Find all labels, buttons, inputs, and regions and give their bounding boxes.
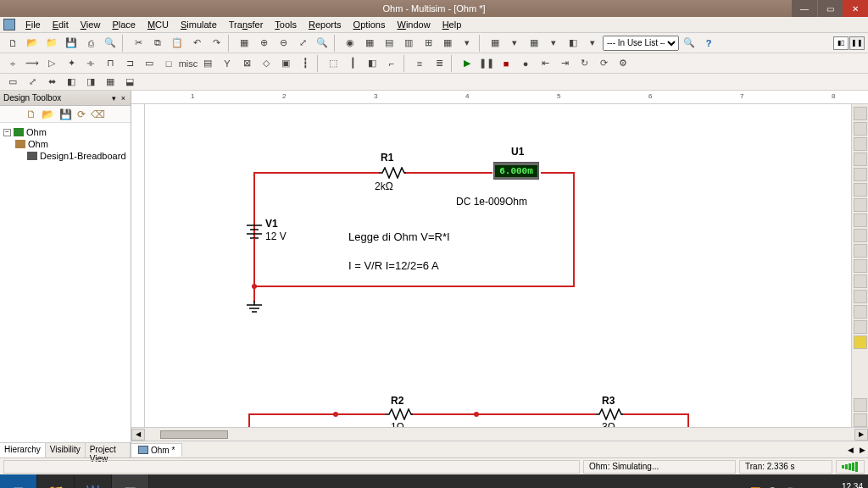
tool-d[interactable]: ▥ — [399, 35, 418, 52]
comp-k[interactable]: ▤ — [198, 55, 217, 72]
menu-mcu[interactable]: MCU — [142, 19, 174, 30]
v1-symbol[interactable] — [245, 219, 264, 244]
toolbox-menu-icon[interactable]: ▾ — [110, 94, 118, 103]
r1-value[interactable]: 2kΩ — [375, 180, 393, 192]
preview-button[interactable]: 🔍 — [101, 35, 120, 52]
zoom-fit-button[interactable]: ⤢ — [293, 35, 312, 52]
tree-ohm[interactable]: Ohm — [15, 138, 129, 150]
comp-j[interactable]: misc — [179, 55, 198, 72]
sim-step2[interactable]: ⇥ — [555, 55, 574, 72]
print-button[interactable]: ⎙ — [81, 35, 100, 52]
u1-meter[interactable]: 6.000m — [493, 162, 539, 180]
comp-p[interactable]: ┇ — [296, 55, 314, 72]
ex-d[interactable]: ◧ — [62, 74, 81, 91]
collapse-icon[interactable]: − — [3, 129, 11, 136]
comp-b[interactable]: ⟿ — [23, 55, 42, 72]
v1-label[interactable]: V1 — [265, 218, 278, 230]
comp-n[interactable]: ◇ — [257, 55, 275, 72]
instr-3[interactable] — [854, 137, 867, 151]
instr-11[interactable] — [854, 259, 867, 273]
align-a[interactable]: ≡ — [410, 55, 429, 72]
window-minimize-button[interactable]: — — [792, 0, 817, 17]
ground-symbol[interactable] — [245, 301, 264, 316]
instr-9[interactable] — [854, 229, 867, 242]
sim-stop-button[interactable]: ■ — [497, 55, 515, 72]
tab-nav-left[interactable]: ◀ — [844, 446, 856, 454]
tab-hierarchy[interactable]: Hierarchy — [0, 443, 46, 458]
menu-tools[interactable]: Tools — [270, 19, 302, 30]
tool-h[interactable]: ▦ — [486, 35, 504, 52]
instr-14[interactable] — [854, 305, 867, 319]
r2-value[interactable]: 1Ω — [391, 421, 404, 427]
tree-breadboard[interactable]: Design1-Breadboard — [27, 150, 129, 162]
comp-f[interactable]: ⊓ — [101, 55, 120, 72]
u1-label[interactable]: U1 — [511, 146, 524, 158]
tray-clock[interactable]: 12.34 13/05/2017 — [821, 482, 863, 488]
menu-edit[interactable]: Edit — [47, 19, 74, 30]
instr-13[interactable] — [854, 290, 867, 303]
tool-c[interactable]: ▤ — [380, 35, 398, 52]
window-close-button[interactable]: ✕ — [843, 0, 868, 17]
menu-help[interactable]: Help — [437, 19, 467, 30]
instr-2[interactable] — [854, 122, 867, 136]
tool-m[interactable]: ▾ — [583, 35, 602, 52]
note-1[interactable]: Legge di Ohm V=R*I — [348, 230, 450, 243]
menu-window[interactable]: Window — [392, 19, 435, 30]
comp-e[interactable]: ⟛ — [81, 55, 100, 72]
ex-e[interactable]: ◨ — [81, 74, 100, 91]
tab-visibility[interactable]: Visibility — [46, 443, 86, 458]
tool-b[interactable]: ▦ — [360, 35, 379, 52]
tool-j[interactable]: ▦ — [525, 35, 543, 52]
menu-transfer[interactable]: Transfer — [224, 19, 269, 30]
u1-sub[interactable]: DC 1e-009Ohm — [456, 196, 527, 208]
paste-button[interactable]: 📋 — [168, 35, 186, 52]
tool-a[interactable]: ◉ — [341, 35, 359, 52]
instr-8[interactable] — [854, 214, 867, 227]
tab-project-view[interactable]: Project View — [86, 443, 131, 458]
comp-d[interactable]: ✦ — [62, 55, 81, 72]
instr-10[interactable] — [854, 244, 867, 258]
comp-o[interactable]: ▣ — [276, 55, 295, 72]
comp-i[interactable]: □ — [159, 55, 178, 72]
scroll-right-icon[interactable]: ▶ — [854, 429, 868, 441]
place-d[interactable]: ⌐ — [382, 55, 401, 72]
instr-5[interactable] — [854, 168, 867, 181]
redo-button[interactable]: ↷ — [207, 35, 225, 52]
instr-6[interactable] — [854, 183, 867, 197]
sim-step3[interactable]: ↻ — [575, 55, 593, 72]
tool-e[interactable]: ⊞ — [419, 35, 437, 52]
tb-open-icon[interactable]: 📂 — [42, 108, 54, 120]
instr-1[interactable] — [854, 107, 867, 120]
instr-7[interactable] — [854, 198, 867, 212]
sim-rec[interactable]: ● — [516, 55, 535, 72]
instr-4[interactable] — [854, 152, 867, 166]
sim-pause-switch[interactable]: ❚❚ — [849, 36, 865, 50]
r2-symbol[interactable] — [386, 408, 413, 420]
comp-l[interactable]: Y — [218, 55, 236, 72]
menu-place[interactable]: Place — [107, 19, 141, 30]
scroll-left-icon[interactable]: ◀ — [131, 429, 145, 441]
tool-l[interactable]: ◧ — [564, 35, 582, 52]
r1-symbol[interactable] — [379, 167, 406, 179]
doc-tab-ohm[interactable]: Ohm * — [131, 443, 182, 457]
new-button[interactable]: 🗋 — [3, 35, 22, 52]
horizontal-scrollbar[interactable]: ◀ ▶ — [131, 427, 868, 441]
ex-f[interactable]: ▦ — [101, 74, 120, 91]
open-button[interactable]: 📂 — [23, 35, 42, 52]
r3-value[interactable]: 3Ω — [602, 421, 615, 427]
zoom-area-button[interactable]: 🔍 — [313, 35, 331, 52]
instr-16[interactable] — [854, 336, 867, 349]
instr-12[interactable] — [854, 274, 867, 288]
tb-refresh-icon[interactable]: ⟳ — [77, 108, 86, 120]
r2-label[interactable]: R2 — [391, 395, 403, 407]
ex-g[interactable]: ⬓ — [120, 74, 139, 91]
menu-file[interactable]: File — [20, 19, 46, 30]
instr-15[interactable] — [854, 320, 867, 334]
ex-a[interactable]: ▭ — [3, 74, 22, 91]
r3-label[interactable]: R3 — [602, 395, 615, 407]
help-button[interactable]: ? — [699, 35, 718, 52]
note-2[interactable]: I = V/R I=12/2=6 A — [348, 259, 439, 272]
comp-a[interactable]: ÷ — [3, 55, 22, 72]
open2-button[interactable]: 📁 — [42, 35, 61, 52]
menu-simulate[interactable]: Simulate — [175, 19, 222, 30]
